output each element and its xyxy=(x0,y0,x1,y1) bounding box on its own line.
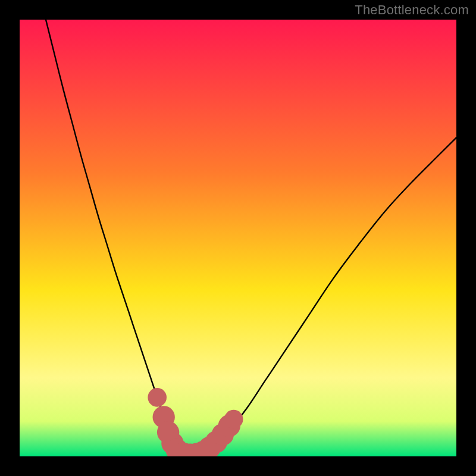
gradient-background xyxy=(20,20,456,456)
chart-frame: TheBottleneck.com xyxy=(0,0,476,476)
bottleneck-plot xyxy=(20,20,456,456)
highlight-marker xyxy=(224,410,243,429)
highlight-marker xyxy=(148,388,167,407)
watermark-text: TheBottleneck.com xyxy=(355,2,469,18)
plot-area xyxy=(20,20,456,456)
